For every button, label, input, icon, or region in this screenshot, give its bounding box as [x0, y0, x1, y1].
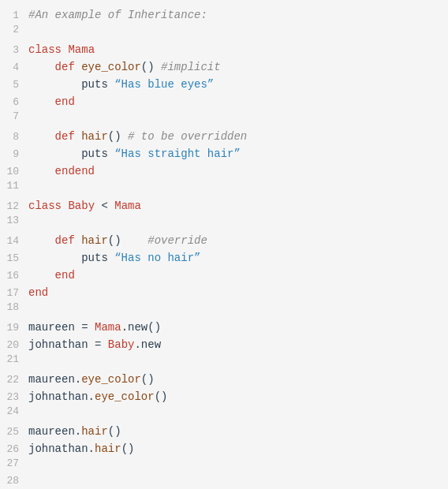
token: Baby: [68, 200, 95, 212]
line-number: 10: [0, 166, 28, 177]
code-line: 14 def hair() #override: [0, 232, 448, 249]
code-line: 23johnathan.eye_color(): [0, 388, 448, 405]
code-line: 8 def hair() # to be overridden: [0, 128, 448, 145]
line-content: puts “Has blue eyes”: [28, 76, 448, 93]
token: .new(): [121, 321, 161, 334]
line-number: 13: [0, 215, 28, 226]
token: Mama: [114, 200, 141, 212]
code-line: 9 puts “Has straight hair”: [0, 145, 448, 162]
token: (): [141, 373, 155, 386]
line-content: def hair() #override: [28, 232, 448, 249]
token: johnathan.: [28, 390, 95, 403]
line-number: 12: [0, 200, 28, 212]
token: maureen.: [28, 373, 81, 386]
token: # to be overridden: [128, 130, 247, 143]
line-content: #An example of Inheritance:: [28, 6, 448, 24]
token: Mama: [95, 321, 121, 334]
token: “Has straight hair”: [114, 147, 241, 160]
code-line: 3class Mama: [0, 41, 448, 58]
line-number: 5: [0, 79, 28, 91]
code-line: 26johnathan.hair(): [0, 440, 448, 457]
token: end: [28, 95, 75, 108]
line-content: johnathan.hair(): [28, 440, 448, 457]
code-line: 7: [0, 110, 448, 128]
code-line: 17end: [0, 284, 448, 301]
code-line: 4 def eye_color() #implicit: [0, 58, 448, 76]
code-line: 25maureen.hair(): [0, 423, 448, 440]
line-number: 17: [0, 287, 28, 299]
line-number: 14: [0, 235, 28, 247]
token: johnathan.: [28, 442, 95, 455]
token: “Has no hair”: [114, 252, 200, 264]
line-number: 15: [0, 252, 28, 264]
line-number: 20: [0, 339, 28, 351]
token: (): [121, 442, 135, 455]
token: maureen.: [28, 425, 81, 438]
code-line: 27: [0, 457, 448, 475]
line-content: maureen = Mama.new(): [28, 319, 448, 336]
line-number: 6: [0, 96, 28, 108]
line-content: class Mama: [28, 41, 448, 58]
line-number: 1: [0, 9, 28, 21]
line-number: 26: [0, 443, 28, 455]
line-number: 11: [0, 180, 28, 192]
line-content: class Baby < Mama: [28, 197, 448, 215]
line-number: 25: [0, 426, 28, 438]
code-line: 16 end: [0, 267, 448, 284]
line-number: 28: [0, 475, 28, 487]
token: class: [28, 200, 68, 212]
token: maureen =: [28, 321, 95, 334]
line-content: end: [28, 267, 448, 284]
token: puts: [28, 147, 114, 160]
line-number: 2: [0, 24, 28, 35]
line-number: 27: [0, 457, 28, 469]
token: johnathan =: [28, 338, 108, 351]
line-content: johnathan.eye_color(): [28, 388, 448, 405]
token: (): [108, 425, 121, 438]
line-number: 9: [0, 148, 28, 160]
token: puts: [28, 78, 114, 91]
code-line: 20johnathan = Baby.new: [0, 336, 448, 353]
token: .new: [134, 338, 161, 351]
line-number: 21: [0, 353, 28, 365]
line-content: def hair() # to be overridden: [28, 128, 448, 145]
line-content: maureen.hair(): [28, 423, 448, 440]
code-line: 24: [0, 405, 448, 423]
code-line: 6 end: [0, 93, 448, 110]
token: #An example of Inheritance:: [28, 9, 207, 21]
line-content: johnathan = Baby.new: [28, 336, 448, 353]
line-number: 18: [0, 301, 28, 313]
token: (): [108, 234, 147, 247]
token: puts: [28, 252, 114, 264]
token: #implicit: [161, 61, 221, 73]
line-content: end: [28, 93, 448, 110]
token: Baby: [108, 338, 135, 351]
token: (): [155, 390, 168, 403]
token: end: [28, 165, 75, 177]
token: class: [28, 43, 68, 56]
token: #override: [147, 234, 207, 247]
line-number: 7: [0, 110, 28, 122]
token: def: [28, 130, 81, 143]
code-line: 10 endend: [0, 162, 448, 180]
token: (): [108, 130, 128, 143]
token: hair: [81, 425, 108, 438]
code-line: 19maureen = Mama.new(): [0, 319, 448, 336]
token: def: [28, 234, 81, 247]
token: end: [28, 286, 48, 299]
line-content: puts “Has straight hair”: [28, 145, 448, 162]
line-number: 8: [0, 131, 28, 143]
code-line: 1#An example of Inheritance:: [0, 6, 448, 24]
token: eye_color: [81, 373, 141, 386]
token: end: [28, 269, 75, 282]
code-editor: 1#An example of Inheritance:23class Mama…: [0, 0, 448, 489]
code-line: 18: [0, 301, 448, 319]
line-content: def eye_color() #implicit: [28, 58, 448, 76]
line-number: 22: [0, 374, 28, 386]
code-line: 21: [0, 353, 448, 371]
token: hair: [81, 130, 108, 143]
token: hair: [95, 442, 121, 455]
line-content: maureen.eye_color(): [28, 371, 448, 388]
line-number: 24: [0, 405, 28, 417]
code-line: 5 puts “Has blue eyes”: [0, 76, 448, 93]
